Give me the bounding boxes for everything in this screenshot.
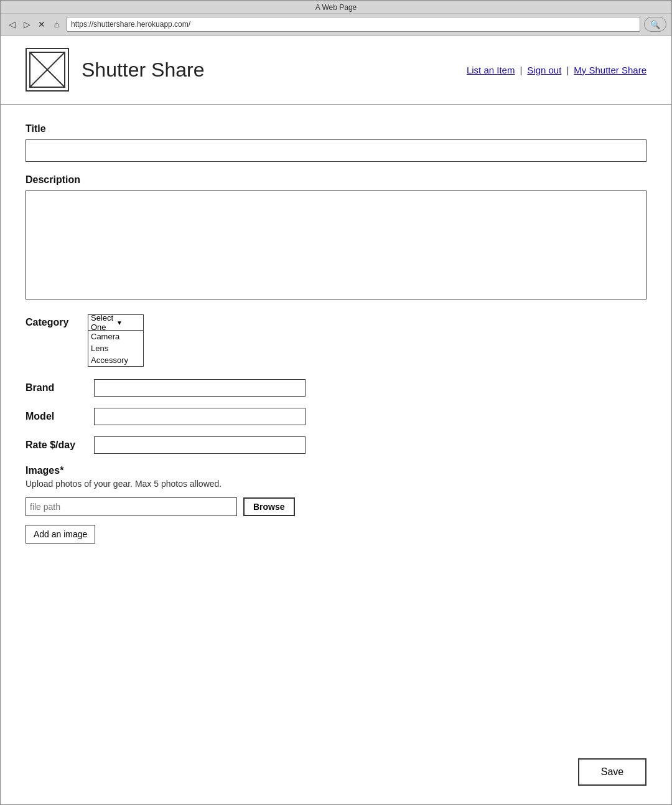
images-sublabel: Upload photos of your gear. Max 5 photos… (26, 479, 646, 489)
header-nav: List an Item | Sign out | My Shutter Sha… (467, 65, 646, 75)
brand-input[interactable] (94, 379, 306, 397)
description-group: Description (26, 174, 646, 302)
description-label: Description (26, 174, 646, 186)
back-button[interactable]: ◁ (6, 18, 18, 31)
home-button[interactable]: ⌂ (50, 18, 63, 31)
site-title: Shutter Share (82, 59, 467, 82)
chevron-down-icon: ▼ (116, 319, 141, 326)
category-label: Category (26, 314, 75, 328)
images-section: Images* Upload photos of your gear. Max … (26, 465, 646, 544)
rate-row: Rate $/day (26, 436, 646, 454)
rate-label: Rate $/day (26, 440, 94, 451)
model-input[interactable] (94, 408, 306, 425)
title-input[interactable] (26, 139, 646, 162)
category-select-header[interactable]: Select One ▼ (88, 314, 144, 331)
category-select-default: Select One (91, 313, 115, 332)
file-upload-row: Browse (26, 497, 646, 516)
nav-buttons: ◁ ▷ ✕ ⌂ (6, 18, 63, 31)
category-option-accessory[interactable]: Accessory (88, 354, 143, 366)
main-form: Title Description Category Select One ▼ … (1, 105, 671, 746)
save-row: Save (1, 746, 671, 804)
description-textarea[interactable] (26, 191, 646, 299)
page-title: A Web Page (315, 3, 357, 12)
model-label: Model (26, 411, 94, 422)
brand-row: Brand (26, 379, 646, 397)
site-header: Shutter Share List an Item | Sign out | … (1, 35, 671, 105)
url-bar[interactable] (67, 17, 640, 32)
save-button[interactable]: Save (578, 758, 646, 786)
page-content: Shutter Share List an Item | Sign out | … (1, 35, 671, 804)
images-label: Images* (26, 465, 646, 476)
rate-input[interactable] (94, 436, 306, 454)
browse-button[interactable]: Browse (243, 497, 295, 516)
logo (26, 48, 69, 92)
close-button[interactable]: ✕ (35, 18, 48, 31)
brand-label: Brand (26, 382, 94, 393)
category-options-list: Camera Lens Accessory (88, 331, 144, 367)
model-row: Model (26, 408, 646, 425)
search-button[interactable]: 🔍 (644, 17, 666, 32)
file-path-input[interactable] (26, 497, 237, 516)
category-dropdown: Select One ▼ Camera Lens Accessory (88, 314, 144, 367)
browser-toolbar: ◁ ▷ ✕ ⌂ 🔍 (1, 14, 671, 35)
category-option-camera[interactable]: Camera (88, 331, 143, 342)
browser-titlebar: A Web Page (1, 1, 671, 14)
nav-separator-2: | (566, 65, 569, 75)
title-label: Title (26, 123, 646, 134)
add-image-button[interactable]: Add an image (26, 525, 95, 544)
browser-window: A Web Page ◁ ▷ ✕ ⌂ 🔍 Shutter Share List (0, 0, 672, 805)
category-row: Category Select One ▼ Camera Lens Access… (26, 314, 646, 367)
category-option-lens[interactable]: Lens (88, 342, 143, 354)
title-group: Title (26, 123, 646, 162)
my-shutter-share-link[interactable]: My Shutter Share (574, 65, 646, 75)
list-item-link[interactable]: List an Item (467, 65, 515, 75)
nav-separator-1: | (520, 65, 522, 75)
forward-button[interactable]: ▷ (21, 18, 33, 31)
sign-out-link[interactable]: Sign out (527, 65, 561, 75)
